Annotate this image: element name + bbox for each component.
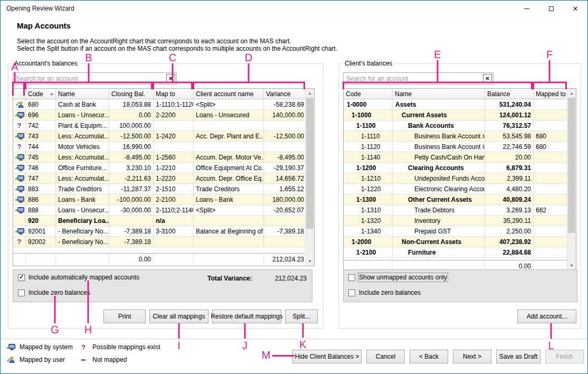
accountant-row-747[interactable]: ✓747Less: Accumulat...-2,211.631-2220Acc… (13, 173, 314, 184)
map-to-cell[interactable]: 1-2210 (154, 163, 194, 173)
accountant-row-92001[interactable]: ✓92001- Beneficiary No...-7,389.183-3100… (13, 226, 314, 237)
clear-search-icon[interactable]: ✕ (483, 74, 492, 83)
client-row-1-1220[interactable]: 1-1220Electronic Clearing Accou...4,480.… (344, 184, 576, 194)
scroll-down-icon[interactable]: ▼ (306, 257, 314, 266)
client-row-1-1000[interactable]: 1-1000Current Assets124,001.12 (344, 110, 576, 120)
client-row-1-1300[interactable]: 1-1300Other Current Assets40,809.24 (344, 194, 576, 205)
include-zero-balances-checkbox[interactable] (348, 289, 355, 296)
add-account-button[interactable]: Add account... (517, 310, 576, 323)
accountant-row-92002[interactable]: ?92002- Beneficiary No...-7,389.18 (13, 237, 314, 247)
accountant-row-746[interactable]: ✓746Office Furniture...3,230.101-2210Off… (13, 163, 314, 173)
scroll-up-icon[interactable]: ▲ (306, 89, 314, 98)
include-zero-balances-checkbox[interactable] (18, 289, 25, 296)
column-variance[interactable]: Variance (264, 89, 306, 99)
accountant-row-888[interactable]: ✓888Loans - Unsecur...-30,000.002-1110;2… (13, 205, 314, 216)
scrollbar-thumb[interactable] (568, 98, 575, 233)
column-mapped-to[interactable]: Mapped to (534, 89, 568, 99)
client-row-1-1140[interactable]: 1-1140Petty Cash/Cash On Hand20.00 (344, 152, 576, 163)
map-to-cell[interactable]: 2-1110;2-1140 (154, 205, 194, 216)
back-button[interactable]: < Back (410, 350, 448, 363)
column-code[interactable]: Code (26, 89, 56, 99)
column-map-to[interactable]: Map to (154, 89, 194, 99)
close-button[interactable]: ✕ (563, 1, 587, 16)
check-icon: ✓ (14, 133, 19, 139)
include-zero-balances-label[interactable]: Include zero balances (359, 289, 421, 296)
next-button[interactable]: Next > (453, 350, 491, 363)
column-name[interactable]: Name (393, 89, 485, 99)
accountant-row-883[interactable]: ✓883Trade Creditors-11,287.372-1510Trade… (13, 184, 314, 194)
code-cell: 1-1300 (344, 194, 393, 205)
map-to-cell[interactable]: 1-2420 (154, 131, 194, 142)
clear-search-icon[interactable]: ✕ (166, 74, 175, 83)
client-row-1-1200[interactable]: 1-1200Clearing Accounts6,879.31 (344, 163, 576, 173)
accountant-row-742[interactable]: ?742Plant & Equipm...100,000.00 (13, 120, 314, 131)
scrollbar-thumb[interactable] (306, 98, 314, 229)
print-button[interactable]: Print (103, 310, 146, 323)
client-search-input[interactable] (344, 73, 480, 84)
map-to-cell[interactable] (154, 142, 194, 152)
accountant-row-696[interactable]: ✓696Loans - Unsecur...0.002-2200Loans - … (13, 110, 314, 120)
column-code[interactable]: Code (344, 89, 393, 99)
include-zero-balances-label[interactable]: Include zero balances (29, 289, 90, 296)
client-row-1-1100[interactable]: 1-1100Bank Accounts76,312.57 (344, 120, 576, 131)
column-closing-bal[interactable]: Closing Bal. (109, 89, 154, 99)
check-icon: ✓ (14, 185, 19, 192)
accountant-row-920[interactable]: 920Beneficiary Loa...n/a (13, 216, 314, 226)
status-cell: ✓ (13, 173, 26, 184)
mapped-to-cell (534, 216, 568, 226)
client-row-1-1110[interactable]: 1-1110Business Bank Account #153,545.986… (344, 131, 576, 142)
map-to-cell[interactable]: 2-1510 (154, 184, 194, 194)
map-to-cell[interactable]: 2-2200 (154, 110, 194, 120)
client-row-1-1310[interactable]: 1-1310Trade Debtors3,269.13662 (344, 205, 576, 216)
show-unmapped-only-label[interactable]: Show unmapped accounts only (359, 274, 447, 281)
map-to-cell[interactable]: 3-3100 (154, 226, 194, 237)
save-as-draft-button[interactable]: Save as Draft (496, 350, 540, 363)
restore-default-mappings-button[interactable]: Restore default mappings (212, 310, 281, 323)
check-icon: ✓ (15, 101, 20, 108)
show-unmapped-only-checkbox[interactable] (348, 274, 355, 281)
scroll-up-icon[interactable]: ▲ (567, 89, 576, 98)
column-status[interactable] (13, 89, 26, 99)
accountants-table-scrollbar[interactable]: ▲ ▼ (305, 89, 314, 266)
client-row-1-0000[interactable]: 1-0000Assets531,240.04 (344, 99, 576, 110)
client-row-1-1120[interactable]: 1-1120Business Bank Account #222,746.596… (344, 142, 576, 152)
include-auto-mapped-checkbox[interactable] (18, 274, 25, 281)
client-row-1-2000[interactable]: 1-2000Non-Current Assets407,238.92 (344, 237, 576, 247)
accountant-row-745[interactable]: ✓745Less: Accumulat...-8,495.001-2560Acc… (13, 152, 314, 163)
column-name[interactable]: Name (56, 89, 109, 99)
column-balance[interactable]: Balance (485, 89, 534, 99)
map-to-cell[interactable]: n/a (154, 216, 194, 226)
accountant-row-744[interactable]: ?744Motor Vehicles16,990.00 (13, 142, 314, 152)
scroll-down-icon[interactable]: ▼ (567, 261, 576, 270)
map-to-cell[interactable] (154, 120, 194, 131)
maximize-button[interactable] (539, 1, 563, 16)
split-button[interactable]: Split... (285, 310, 318, 323)
map-to-cell[interactable]: 1-1110;1-1120 (154, 99, 194, 110)
map-to-cell[interactable] (154, 237, 194, 247)
map-to-cell[interactable]: 1-2220 (154, 173, 194, 184)
cancel-button[interactable]: Cancel (366, 350, 405, 363)
mapped-by-system-icon: ✓ (14, 196, 24, 203)
include-auto-mapped-label[interactable]: Include automatically mapped accounts (29, 274, 139, 281)
minimize-button[interactable] (515, 1, 539, 16)
accountant-search-input[interactable] (13, 73, 164, 84)
accountant-row-886[interactable]: ✓886Loans - Bank-100,000.002-2100Loans -… (13, 194, 314, 205)
closing-bal-cell: 3,230.10 (109, 163, 154, 173)
clients-table-scrollbar[interactable]: ▲ ▼ (567, 89, 576, 270)
clear-all-mappings-button[interactable]: Clear all mappings (149, 310, 208, 323)
client-row-1-2100[interactable]: 1-2100Furniture22,884.68 (344, 247, 576, 258)
annotation-letter-f: F (546, 49, 553, 60)
annotation-letter-b: B (85, 52, 92, 63)
client-row-1-1210[interactable]: 1-1210Undeposited Funds Acco...2,399.11 (344, 173, 576, 184)
finish-button[interactable]: Finish (545, 350, 584, 363)
accountant-row-743[interactable]: ✓743Less: Accumulat...-12,500.001-2420Ac… (13, 131, 314, 142)
client-row-1-1340[interactable]: 1-1340Prepaid GST2,250.00 (344, 226, 576, 237)
map-to-cell[interactable]: 1-2560 (154, 152, 194, 163)
map-to-cell[interactable]: 2-2100 (154, 194, 194, 205)
titlebar: Opening Review Wizard ✕ (1, 1, 587, 16)
hide-client-balances-button[interactable]: Hide Client Balances > (292, 350, 362, 363)
name-cell: Electronic Clearing Accou... (393, 184, 485, 194)
accountant-row-680[interactable]: ✓680Cash at Bank18,053.881-1110;1-1120<S… (13, 99, 314, 110)
client-row-1-1320[interactable]: 1-1320Inventory35,290.11 (344, 216, 576, 226)
column-client-account-name[interactable]: Client account name (194, 89, 264, 99)
